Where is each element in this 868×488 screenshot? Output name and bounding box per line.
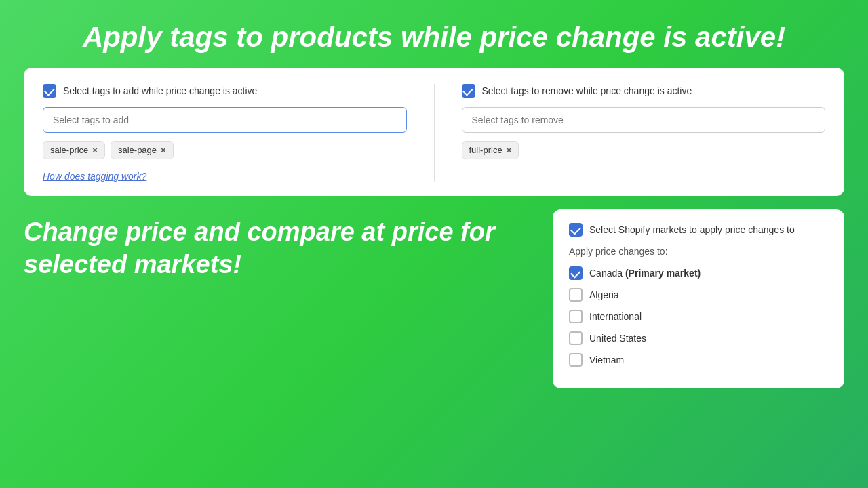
card-divider	[434, 84, 435, 182]
markets-section: Select Shopify markets to apply price ch…	[553, 209, 844, 388]
remove-tags-input[interactable]	[462, 107, 826, 133]
us-label: United States	[589, 333, 646, 344]
add-tags-header: Select tags to add while price change is…	[43, 84, 407, 98]
remove-full-price-icon[interactable]: ×	[507, 145, 512, 155]
markets-title: Select Shopify markets to apply price ch…	[589, 224, 795, 235]
tag-chip-sale-page: sale-page ×	[111, 141, 174, 159]
tagging-help-row: How does tagging work?	[43, 170, 407, 182]
remove-tags-list: full-price ×	[462, 141, 826, 159]
canada-label: Canada (Primary market)	[589, 268, 701, 279]
vietnam-label: Vietnam	[589, 354, 624, 365]
market-item-us: United States	[569, 331, 828, 345]
market-item-algeria: Algeria	[569, 288, 828, 302]
market-item-international: International	[569, 310, 828, 323]
apply-label: Apply price changes to:	[569, 246, 828, 257]
international-checkbox[interactable]	[569, 310, 583, 323]
canada-checkbox[interactable]	[569, 266, 583, 280]
bottom-title: Change price and compare at price for se…	[24, 216, 526, 281]
tag-chip-label: sale-page	[118, 145, 157, 155]
market-item-vietnam: Vietnam	[569, 353, 828, 367]
us-checkbox[interactable]	[569, 331, 583, 345]
tag-chip-sale-price: sale-price ×	[43, 141, 105, 159]
add-tags-label: Select tags to add while price change is…	[63, 85, 257, 96]
markets-card: Select Shopify markets to apply price ch…	[553, 209, 844, 388]
tag-chip-label: sale-price	[50, 145, 88, 155]
markets-header: Select Shopify markets to apply price ch…	[569, 223, 828, 237]
tag-chip-full-price: full-price ×	[462, 141, 519, 159]
remove-sale-price-icon[interactable]: ×	[92, 145, 98, 155]
bottom-left: Change price and compare at price for se…	[24, 209, 526, 281]
top-card: Select tags to add while price change is…	[24, 68, 844, 196]
algeria-label: Algeria	[589, 289, 619, 300]
market-item-canada: Canada (Primary market)	[569, 266, 828, 280]
add-tags-list: sale-price × sale-page ×	[43, 141, 407, 159]
international-label: International	[589, 311, 642, 322]
tag-chip-label: full-price	[469, 145, 502, 155]
bottom-section: Change price and compare at price for se…	[0, 209, 868, 388]
remove-tags-label: Select tags to remove while price change…	[482, 85, 692, 96]
remove-tags-section: Select tags to remove while price change…	[462, 84, 826, 182]
vietnam-checkbox[interactable]	[569, 353, 583, 367]
remove-tags-header: Select tags to remove while price change…	[462, 84, 826, 98]
add-tags-input[interactable]	[43, 107, 407, 133]
add-tags-section: Select tags to add while price change is…	[43, 84, 407, 182]
how-tagging-works-link[interactable]: How does tagging work?	[43, 171, 146, 182]
page-title: Apply tags to products while price chang…	[0, 0, 868, 68]
remove-sale-page-icon[interactable]: ×	[161, 145, 166, 155]
markets-checkbox[interactable]	[569, 223, 583, 237]
algeria-checkbox[interactable]	[569, 288, 583, 302]
add-tags-checkbox[interactable]	[43, 84, 56, 98]
remove-tags-checkbox[interactable]	[462, 84, 475, 98]
